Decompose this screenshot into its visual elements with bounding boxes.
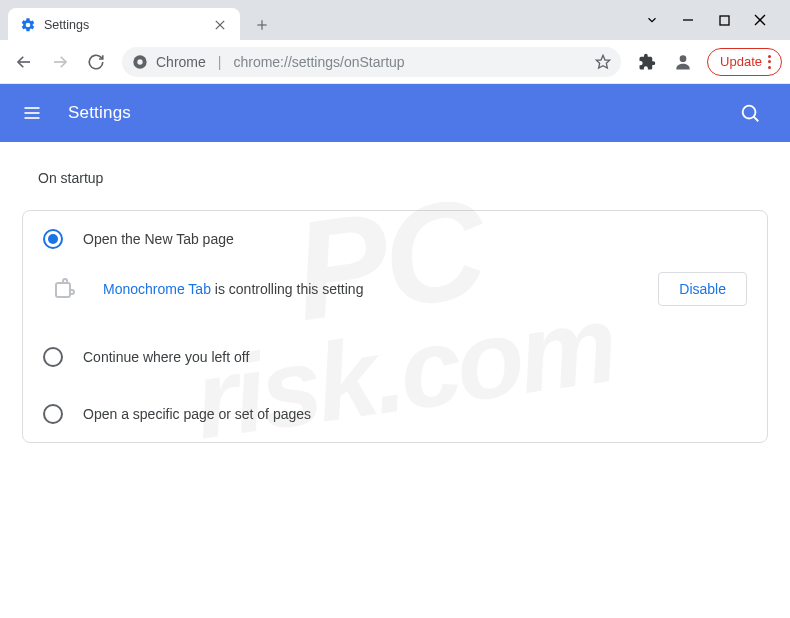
svg-line-18 [754,117,759,122]
window-close[interactable] [742,5,778,35]
tab-title: Settings [44,18,204,32]
settings-header: Settings [0,84,790,142]
forward-button[interactable] [44,46,76,78]
search-button[interactable] [730,93,770,133]
gear-icon [20,17,36,33]
svg-marker-12 [596,55,609,68]
chrome-icon [132,54,148,70]
update-button[interactable]: Update [707,48,782,76]
omnibox-prefix: Chrome [156,54,206,70]
radio-label: Open the New Tab page [83,231,234,247]
radio-label: Continue where you left off [83,349,249,365]
extension-puzzle-icon [47,271,83,307]
menu-button[interactable] [20,101,44,125]
window-maximize[interactable] [706,5,742,35]
tab-settings[interactable]: Settings [8,8,240,42]
svg-point-17 [743,106,756,119]
window-minimize[interactable] [670,5,706,35]
menu-dots-icon [768,55,771,69]
browser-toolbar: Chrome | chrome://settings/onStartup Upd… [0,40,790,84]
omnibox-url: chrome://settings/onStartup [233,54,404,70]
extensions-icon[interactable] [631,46,663,78]
radio-label: Open a specific page or set of pages [83,406,311,422]
svg-point-11 [137,59,142,64]
reload-button[interactable] [80,46,112,78]
on-startup-card: Open the New Tab page Monochrome Tab is … [22,210,768,443]
extension-notice-rest: is controlling this setting [211,281,364,297]
settings-content: On startup Open the New Tab page Monochr… [0,142,790,471]
profile-icon[interactable] [667,46,699,78]
extension-link[interactable]: Monochrome Tab [103,281,211,297]
bookmark-icon[interactable] [595,54,611,70]
radio-option-specific-pages[interactable]: Open a specific page or set of pages [23,385,767,442]
page-title: Settings [68,103,131,123]
radio-option-new-tab[interactable]: Open the New Tab page [23,211,767,267]
radio-icon [43,229,63,249]
disable-button[interactable]: Disable [658,272,747,306]
address-bar[interactable]: Chrome | chrome://settings/onStartup [122,47,621,77]
radio-icon [43,347,63,367]
radio-icon [43,404,63,424]
svg-rect-19 [56,283,70,297]
tab-strip: Settings [8,8,276,42]
update-label: Update [720,54,762,69]
extension-notice-text: Monochrome Tab is controlling this setti… [103,281,646,297]
svg-point-13 [680,55,687,62]
close-icon[interactable] [212,17,228,33]
extension-notice-row: Monochrome Tab is controlling this setti… [23,267,767,329]
back-button[interactable] [8,46,40,78]
radio-option-continue[interactable]: Continue where you left off [23,329,767,385]
svg-rect-1 [720,16,729,25]
omnibox-separator: | [218,54,222,70]
section-title: On startup [22,170,768,186]
new-tab-button[interactable] [248,11,276,39]
window-dropdown[interactable] [634,5,670,35]
